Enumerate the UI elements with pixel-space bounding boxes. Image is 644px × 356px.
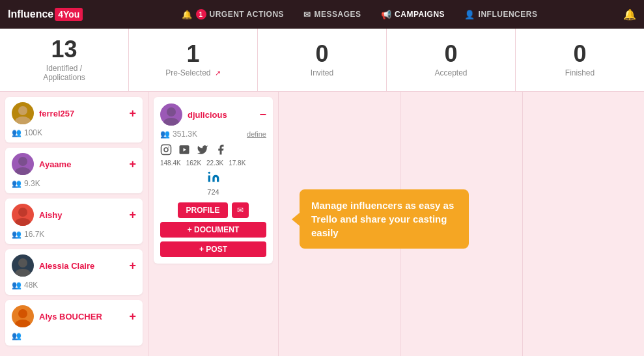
influencer-detail-column: djulicious − 👥 351.3K define [148,92,279,356]
stat-invited-number: 0 [315,42,328,66]
tooltip-box: Manage influencers as easy as Trello and… [300,189,469,249]
avatar [12,254,34,277]
influencer-header: Alys BOUCHER + [12,305,136,327]
influencer-list: ferrel257 + 👥 100K Ayaame + 👥 [0,92,148,356]
list-item[interactable]: Alessia Claire + 👥 48K [5,249,143,295]
influencer-name: Aishy [39,210,62,220]
linkedin-icon[interactable] [207,171,220,187]
influencer-name: Alessia Claire [39,261,94,271]
influencer-header: ferrel257 + [12,102,136,124]
detail-avatar [160,103,182,126]
tooltip-arrow [292,213,300,226]
list-item[interactable]: Ayaame + 👥 9.3K [5,148,143,193]
svg-point-8 [18,309,27,318]
main-content: ferrel257 + 👥 100K Ayaame + 👥 [0,92,644,356]
influencers-label: Influencers [479,10,538,19]
twitter-count: 22.3K [206,159,223,167]
stat-finished-number: 0 [573,42,586,66]
youtube-icon[interactable] [178,144,190,158]
influencer-stats: 👥 [12,331,136,340]
add-influencer-button[interactable]: + [129,310,136,322]
influencer-stats: 👥 16.7K [12,230,136,239]
avatar [12,204,34,226]
svg-point-13 [164,148,168,152]
stat-accepted: 0 Accepted [387,29,516,91]
notification-bell[interactable]: 🔔 [623,8,636,21]
add-influencer-button[interactable]: + [129,158,136,170]
influencer-info: Alys BOUCHER [12,305,102,327]
stat-preselected-number: 1 [186,42,199,66]
detail-influencer-name: djulicious [188,110,227,120]
influencer-header: Ayaame + [12,153,136,175]
stat-preselected: 1 Pre-Selected ↗ [129,29,258,91]
instagram-icon[interactable] [160,144,172,158]
detail-followers: 👥 351.3K define [160,130,266,139]
social-icons-row [160,144,266,158]
post-button[interactable]: + POST [160,241,266,257]
instagram-count: 148.4K [160,159,181,167]
add-influencer-button[interactable]: + [129,107,136,119]
people-icon: 👥 [12,128,21,137]
nav-urgent-actions[interactable]: 🔔 1 Urgent Actions [182,9,284,20]
people-icon: 👥 [12,331,21,340]
nav-campaigns[interactable]: 📢 Campaigns [381,10,445,20]
avatar [12,305,34,327]
svg-point-1 [15,116,31,124]
urgent-badge: 1 [196,9,206,20]
youtube-count: 162K [186,159,201,167]
preselected-link-icon[interactable]: ↗ [215,69,221,77]
influencer-info: Ayaame [12,153,71,175]
list-item[interactable]: Aishy + 👥 16.7K [5,199,143,244]
linkedin-row: 724 [160,171,266,196]
profile-button-row: PROFILE ✉ [160,202,266,218]
list-item[interactable]: Alys BOUCHER + 👥 [5,300,143,346]
linkedin-count: 724 [207,188,219,196]
stat-finished: 0 Finished [516,29,644,91]
action-buttons: PROFILE ✉ + DOCUMENT + POST [160,202,266,257]
svg-point-10 [167,107,176,116]
stat-invited: 0 Invited [258,29,387,91]
influencer-name: Alys BOUCHER [39,312,102,322]
list-item[interactable]: ferrel257 + 👥 100K [5,97,143,143]
campaigns-label: Campaigns [395,10,445,19]
logo[interactable]: Influence 4You [8,8,83,21]
svg-point-15 [208,172,210,174]
influencer-header: Alessia Claire + [12,254,136,277]
influencer-header: Aishy + [12,204,136,226]
influencer-detail-card: djulicious − 👥 351.3K define [154,97,273,264]
avatar [12,153,34,175]
define-link[interactable]: define [247,130,266,138]
follower-count: 16.7K [24,230,44,239]
stat-preselected-label: Pre-Selected ↗ [165,68,221,77]
svg-point-2 [18,157,27,166]
stat-invited-label: Invited [311,68,333,77]
influencer-stats: 👥 48K [12,281,136,290]
add-influencer-button[interactable]: + [129,209,136,221]
people-icon: 👥 [12,230,21,239]
urgent-actions-label: Urgent Actions [210,10,285,19]
logo-text: Influence [8,8,53,20]
twitter-icon[interactable] [197,144,208,158]
facebook-icon[interactable] [215,144,227,158]
svg-point-3 [15,167,31,175]
influencer-name: ferrel257 [39,109,74,118]
nav-influencers[interactable]: 👤 Influencers [464,10,537,20]
detail-follower-count: 351.3K [173,130,197,139]
bell-icon: 🔔 [182,10,193,20]
stat-accepted-label: Accepted [434,68,467,77]
stats-row: 13 Identified /Applications 1 Pre-Select… [0,29,644,92]
svg-point-6 [18,258,27,267]
svg-point-7 [15,269,31,277]
message-button[interactable]: ✉ [232,202,249,218]
people-icon: 👥 [12,281,21,290]
nav-messages[interactable]: ✉ Messages [303,10,361,20]
svg-point-4 [18,208,27,217]
document-button[interactable]: + DOCUMENT [160,222,266,238]
remove-button[interactable]: − [259,108,266,122]
facebook-count: 17.8K [229,159,245,167]
add-influencer-button[interactable]: + [129,260,136,271]
influencer-name: Ayaame [39,159,71,169]
svg-rect-12 [161,145,171,155]
profile-button[interactable]: PROFILE [178,202,227,218]
logo-box: 4You [55,8,83,21]
